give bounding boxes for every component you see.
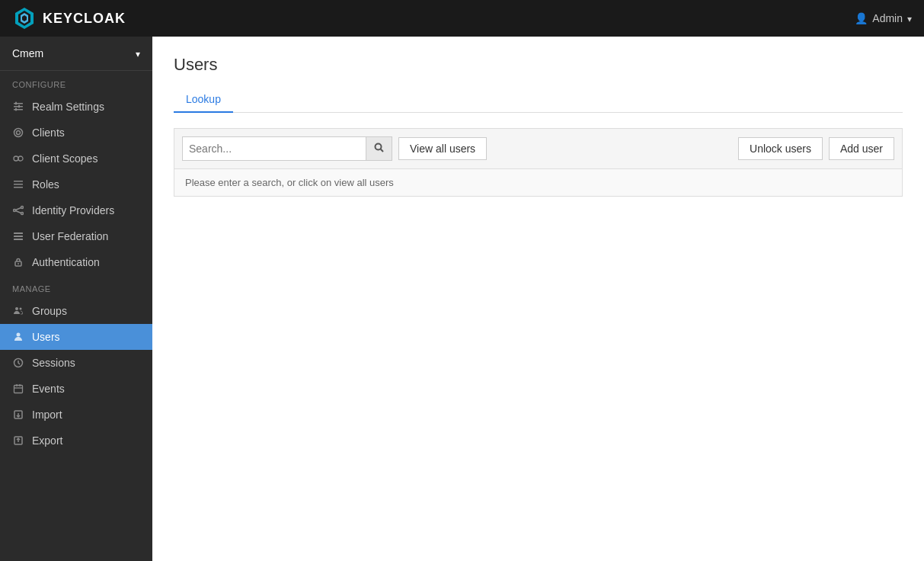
- identity-providers-icon: [12, 204, 24, 216]
- realm-selector[interactable]: Cmem: [0, 37, 152, 71]
- manage-section-label: Manage: [0, 275, 152, 298]
- search-button[interactable]: [366, 137, 392, 160]
- sidebar-item-export[interactable]: Export: [0, 428, 152, 454]
- svg-point-26: [18, 263, 19, 264]
- sidebar-item-identity-providers[interactable]: Identity Providers: [0, 197, 152, 223]
- sessions-icon: [12, 357, 24, 369]
- sidebar-item-groups[interactable]: Groups: [0, 298, 152, 324]
- svg-point-10: [14, 129, 23, 137]
- export-icon: [12, 434, 24, 447]
- import-icon: [12, 409, 24, 421]
- svg-point-27: [15, 307, 18, 310]
- svg-point-17: [14, 210, 16, 212]
- search-hint: Please enter a search, or click on view …: [174, 169, 902, 196]
- view-all-users-button[interactable]: View all users: [398, 137, 487, 160]
- svg-line-40: [381, 149, 383, 152]
- search-input-wrap: [182, 136, 392, 161]
- svg-point-39: [376, 144, 382, 150]
- svg-line-20: [16, 208, 21, 210]
- sidebar-item-import-label: Import: [32, 409, 62, 421]
- svg-rect-7: [15, 102, 17, 105]
- svg-rect-23: [14, 236, 23, 237]
- sidebar-item-clients-label: Clients: [32, 127, 65, 139]
- sidebar-item-sessions-label: Sessions: [32, 357, 75, 369]
- sidebar-item-roles-label: Roles: [32, 178, 59, 191]
- logo-text: KEYCLOAK: [43, 11, 126, 27]
- sidebar: Cmem Configure Realm Settings Clients Cl…: [0, 37, 152, 561]
- sidebar-item-groups-label: Groups: [32, 305, 67, 317]
- events-icon: [12, 383, 24, 395]
- unlock-users-button[interactable]: Unlock users: [738, 137, 823, 160]
- sidebar-item-clients[interactable]: Clients: [0, 120, 152, 146]
- sidebar-item-client-scopes[interactable]: Client Scopes: [0, 146, 152, 172]
- groups-icon: [12, 305, 24, 317]
- add-user-button[interactable]: Add user: [829, 137, 894, 160]
- svg-point-29: [17, 333, 21, 337]
- realm-chevron-icon: [136, 47, 140, 59]
- realm-name: Cmem: [12, 47, 43, 59]
- svg-rect-9: [15, 108, 17, 111]
- search-container: View all users Unlock users Add user Ple…: [174, 128, 903, 197]
- tab-lookup[interactable]: Lookup: [174, 87, 233, 113]
- svg-rect-8: [18, 105, 20, 108]
- sliders-icon: [12, 101, 24, 113]
- configure-section-label: Configure: [0, 71, 152, 94]
- svg-rect-31: [14, 386, 23, 393]
- client-scopes-icon: [12, 152, 24, 165]
- page-title: Users: [174, 55, 903, 75]
- svg-rect-6: [14, 109, 23, 111]
- sidebar-item-realm-settings-label: Realm Settings: [32, 101, 104, 113]
- main-content: Users Lookup View all users Unlock users…: [152, 37, 924, 561]
- clients-icon: [12, 127, 24, 139]
- keycloak-logo-icon: [12, 6, 37, 30]
- svg-line-21: [16, 211, 21, 213]
- svg-point-18: [21, 207, 24, 209]
- svg-point-11: [17, 131, 21, 135]
- svg-rect-24: [14, 239, 23, 240]
- action-buttons: Unlock users Add user: [738, 137, 894, 160]
- search-input[interactable]: [183, 138, 366, 159]
- svg-rect-4: [14, 103, 23, 104]
- svg-point-12: [14, 156, 18, 161]
- sidebar-item-authentication-label: Authentication: [32, 256, 100, 268]
- topnav: KEYCLOAK 👤 Admin: [0, 0, 924, 37]
- sidebar-item-realm-settings[interactable]: Realm Settings: [0, 94, 152, 120]
- search-icon: [374, 143, 384, 152]
- authentication-icon: [12, 256, 24, 268]
- sidebar-item-events-label: Events: [32, 383, 65, 395]
- sidebar-item-import[interactable]: Import: [0, 402, 152, 428]
- sidebar-item-sessions[interactable]: Sessions: [0, 350, 152, 376]
- user-federation-icon: [12, 230, 24, 242]
- user-menu[interactable]: 👤 Admin: [855, 12, 912, 24]
- sidebar-item-client-scopes-label: Client Scopes: [32, 152, 98, 165]
- svg-rect-16: [14, 187, 23, 188]
- users-icon: [12, 331, 24, 343]
- svg-point-13: [18, 156, 23, 161]
- sidebar-item-user-federation-label: User Federation: [32, 230, 108, 242]
- user-label: Admin: [872, 12, 903, 24]
- sidebar-item-users-label: Users: [32, 331, 60, 343]
- chevron-down-icon: [907, 12, 912, 24]
- sidebar-item-user-federation[interactable]: User Federation: [0, 223, 152, 249]
- search-top-row: View all users Unlock users Add user: [174, 129, 902, 169]
- user-icon: 👤: [855, 12, 868, 24]
- svg-rect-15: [14, 184, 23, 185]
- svg-point-28: [20, 308, 22, 310]
- sidebar-item-export-label: Export: [32, 434, 62, 447]
- sidebar-item-roles[interactable]: Roles: [0, 172, 152, 197]
- sidebar-item-authentication[interactable]: Authentication: [0, 249, 152, 275]
- tabs-bar: Lookup: [174, 87, 903, 113]
- svg-rect-22: [14, 232, 23, 234]
- logo: KEYCLOAK: [12, 6, 126, 30]
- sidebar-item-events[interactable]: Events: [0, 376, 152, 402]
- svg-point-19: [21, 213, 24, 215]
- roles-icon: [12, 178, 24, 191]
- sidebar-item-users[interactable]: Users: [0, 324, 152, 350]
- sidebar-item-identity-providers-label: Identity Providers: [32, 204, 114, 216]
- svg-rect-14: [14, 181, 23, 182]
